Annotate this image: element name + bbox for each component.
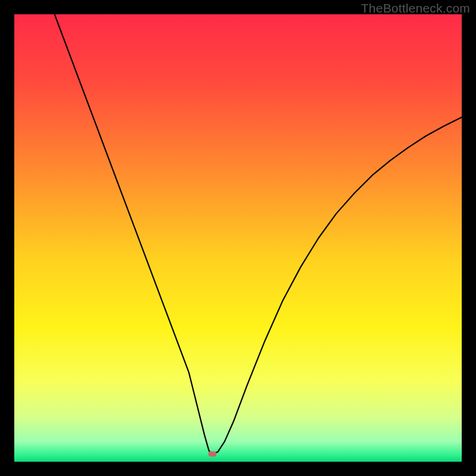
gradient-background	[14, 14, 462, 462]
optimal-point-marker	[208, 452, 217, 457]
watermark-text: TheBottleneck.com	[361, 1, 470, 15]
bottleneck-chart	[14, 14, 462, 462]
chart-frame	[14, 14, 462, 462]
